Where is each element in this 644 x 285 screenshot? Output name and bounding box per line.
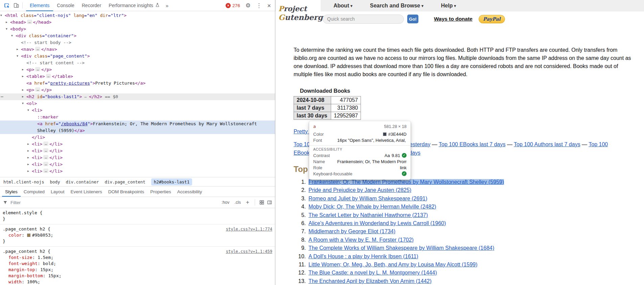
sidebar-tab-styles[interactable]: Styles (2, 187, 21, 197)
css-property[interactable]: font-weight: bold; (3, 261, 272, 267)
expand-arrow-icon[interactable]: ▶ (27, 148, 29, 154)
sidebar-tab-properties[interactable]: Properties (147, 187, 174, 197)
breadcrumb-item[interactable]: h2#books-last1 (151, 178, 192, 185)
expand-arrow-icon[interactable]: ▶ (27, 161, 29, 168)
dom-tree-row[interactable]: <!-- start content --> (0, 60, 275, 66)
expand-arrow-icon[interactable]: ▶ (27, 141, 29, 148)
ways-to-donate-link[interactable]: Ways to donate (434, 16, 473, 22)
collapse-arrow-icon[interactable]: ▼ (0, 12, 2, 19)
book-link[interactable]: A Doll's House : a play by Henrik Ibsen … (308, 254, 418, 259)
menu-item-help[interactable]: Help▾ (441, 3, 456, 9)
more-tabs-icon[interactable]: » (163, 3, 171, 8)
sidebar-tab-dom-breakpoints[interactable]: DOM Breakpoints (105, 187, 147, 197)
breadcrumb-item[interactable]: body (50, 179, 60, 184)
dom-tree-row[interactable]: ▼<ol> (0, 100, 275, 107)
breadcrumb-item[interactable]: div.container (66, 179, 99, 184)
computed-grid-icon[interactable] (259, 200, 264, 205)
book-link[interactable]: Pride and Prejudice by Jane Austen (2825… (308, 187, 411, 193)
toggle-sidebar-panel-icon[interactable] (267, 200, 272, 205)
dom-tree-row[interactable]: </li> (0, 134, 275, 141)
book-link[interactable]: Frankenstein; Or, The Modern Prometheus … (308, 179, 504, 185)
sidebar-tab-computed[interactable]: Computed (21, 187, 48, 197)
console-error-badge[interactable]: × 276 (226, 3, 240, 8)
collapse-arrow-icon[interactable]: ▼ (22, 100, 24, 107)
devtools-tab-performance-insights[interactable]: Performance insights (105, 0, 163, 11)
dom-tree-row[interactable]: ▶<li>…</li> (0, 141, 275, 148)
expand-arrow-icon[interactable]: ▶ (27, 154, 29, 161)
book-link[interactable]: Little Women; Or, Meg, Jo, Beth, and Amy… (308, 262, 478, 267)
devtools-tab-recorder[interactable]: Recorder (78, 0, 105, 11)
dom-tree-row[interactable]: <!-- start body --> (0, 39, 275, 46)
collapse-arrow-icon[interactable]: ▼ (6, 26, 7, 32)
breadcrumb-item[interactable]: html.client-nojs (3, 179, 44, 184)
dom-tree-row[interactable]: <a href="pretty-pictures">Pretty Picture… (0, 80, 275, 87)
css-selector[interactable]: element.style (3, 210, 37, 215)
dom-tree-row[interactable]: ▶<table>…</table> (0, 73, 275, 80)
collapse-arrow-icon[interactable]: ▼ (17, 53, 18, 60)
collapse-arrow-icon[interactable]: ▼ (27, 107, 29, 114)
book-link[interactable]: The Scarlet Letter by Nathaniel Hawthorn… (308, 212, 428, 218)
dom-tree-row[interactable]: ▶<li>…</li> (0, 148, 275, 154)
css-property[interactable]: font-size: 1.5em; (3, 255, 272, 261)
dom-tree-row[interactable]: ▶<li>…</li> (0, 161, 275, 168)
dom-tree-row[interactable]: ▶<li>…</li> (0, 168, 275, 175)
dom-tree-row[interactable]: ▶<nav>…</nav> (0, 46, 275, 53)
css-selector[interactable]: .page_content h2 (3, 226, 45, 232)
sidebar-tab-layout[interactable]: Layout (48, 187, 68, 197)
breadcrumb-item[interactable]: div.page_content (105, 179, 145, 184)
dom-tree-row[interactable]: ▼<li> (0, 107, 275, 114)
new-style-rule-button[interactable]: + (245, 199, 250, 206)
settings-gear-icon[interactable]: ⚙ (246, 3, 251, 8)
expand-arrow-icon[interactable]: ▶ (22, 73, 24, 80)
menu-item-about[interactable]: About▾ (334, 3, 352, 9)
css-property[interactable]: width: 100%; (3, 279, 272, 285)
devtools-tab-elements[interactable]: Elements (26, 0, 53, 11)
top-100-link[interactable]: Top 100 EBooks last 7 days (439, 141, 505, 147)
book-link[interactable]: The Enchanted April by Elizabeth Von Arn… (308, 278, 432, 284)
css-property[interactable]: color: #9b8053; (3, 232, 272, 238)
book-link[interactable]: Moby Dick; Or, The Whale by Herman Melvi… (308, 204, 436, 210)
expand-arrow-icon[interactable]: ▶ (22, 66, 24, 73)
expand-arrow-icon[interactable]: ▶ (6, 19, 7, 26)
dom-tree-row[interactable]: ::marker (0, 114, 275, 120)
book-link[interactable]: The Blue Castle: a novel by L. M. Montgo… (308, 270, 437, 276)
dom-tree-row[interactable]: ▼<html class="client-nojs" lang="en" dir… (0, 12, 275, 19)
css-selector[interactable]: .page_content h2 (3, 249, 45, 254)
css-property[interactable]: margin-top: 15px; (3, 267, 272, 273)
book-link[interactable]: The Complete Works of William Shakespear… (308, 245, 494, 251)
devtools-tab-console[interactable]: Console (53, 0, 78, 11)
dom-tree-row[interactable]: ▼<body> (0, 26, 275, 32)
css-property[interactable]: margin-bottom: 15px; (3, 273, 272, 279)
dom-tree-row[interactable]: ▶<p>…</p> (0, 66, 275, 73)
search-go-button[interactable]: Go! (407, 15, 418, 23)
book-link[interactable]: A Room with a View by E. M. Forster (170… (308, 237, 414, 243)
dom-tree-row[interactable]: ▶<p>…</p> (0, 87, 275, 93)
node-overflow-menu-icon[interactable]: ⋯ (1, 93, 3, 100)
expand-arrow-icon[interactable]: ▶ (22, 93, 24, 100)
dom-tree-row[interactable]: ▶<li>…</li> (0, 154, 275, 161)
book-link[interactable]: Romeo and Juliet by William Shakespeare … (308, 196, 427, 201)
styles-filter-input[interactable]: Filter (10, 200, 217, 205)
sidebar-tab-accessibility[interactable]: Accessibility (174, 187, 205, 197)
book-link[interactable]: Middlemarch by George Eliot (1734) (308, 228, 395, 234)
dom-tree-row[interactable]: ▼<div class="container"> (0, 32, 275, 39)
expand-arrow-icon[interactable]: ▶ (17, 46, 18, 53)
device-toolbar-icon[interactable] (12, 1, 21, 10)
quick-search-input[interactable]: Quick search (323, 15, 404, 24)
element-classes-button[interactable]: .cls (233, 199, 242, 205)
dom-tree-row[interactable]: ▼<div class="page_content"> (0, 53, 275, 60)
dom-tree-row[interactable]: ▶⋯<h2 id="books-last1">…</h2> == $0 (0, 93, 275, 100)
css-source-link[interactable]: style.css?v=1.1:459 (226, 248, 272, 255)
kebab-menu-icon[interactable]: ⋮ (256, 3, 262, 8)
book-link[interactable]: Alice's Adventures in Wonderland by Lewi… (308, 220, 446, 226)
menu-item-search-and-browse[interactable]: Search and Browse▾ (370, 3, 423, 9)
color-swatch[interactable] (27, 234, 30, 237)
expand-arrow-icon[interactable]: ▶ (27, 168, 29, 175)
inspect-element-icon[interactable] (2, 1, 12, 10)
top-100-link[interactable]: Top 100 Authors last 7 days (514, 141, 580, 147)
sidebar-tab-event-listeners[interactable]: Event Listeners (68, 187, 105, 197)
css-source-link[interactable]: style.css?v=1.1:774 (226, 226, 272, 232)
collapse-arrow-icon[interactable]: ▼ (11, 32, 13, 39)
close-devtools-icon[interactable]: × (267, 3, 271, 8)
project-gutenberg-logo[interactable]: Project Gutenberg (276, 0, 321, 26)
